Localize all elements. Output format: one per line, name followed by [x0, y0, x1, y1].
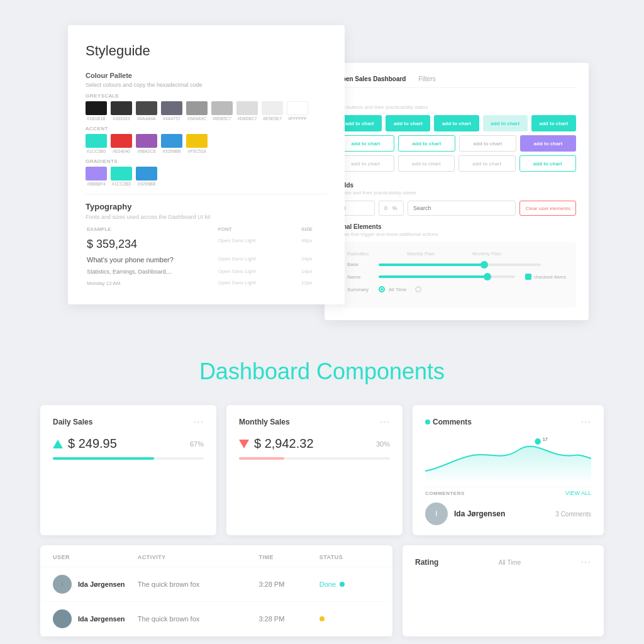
daily-sales-menu[interactable]: ···	[194, 416, 204, 428]
field-search-input[interactable]	[408, 201, 516, 216]
typography-title: Typography	[86, 202, 327, 211]
btn-add-to-chart-outline-teal[interactable]: add to chart	[519, 155, 577, 172]
checkbox-group: checked items	[525, 274, 566, 280]
btn-add-to-chart-5[interactable]: add to chart	[531, 115, 576, 131]
dashboard-cards-row-2: USER ACTIVITY TIME STATUS I Ida Jørgense…	[40, 545, 604, 636]
status-dot-done	[340, 582, 345, 587]
comments-chart: 17	[425, 436, 591, 480]
button-row-3: add to chart add to chart add to chart a…	[337, 155, 576, 172]
monthly-sales-card: Monthly Sales ··· $ 2,942.32 30%	[226, 405, 402, 535]
swatch	[287, 101, 308, 115]
slider-thumb-1[interactable]	[480, 261, 488, 269]
slider-thumb-2[interactable]	[484, 273, 491, 280]
swatch	[136, 134, 157, 148]
swatch-item: #F5C518	[186, 134, 208, 153]
typography-section: Typography Fonts and sizes used across t…	[86, 202, 327, 289]
col-activity: ACTIVITY	[138, 554, 259, 560]
comments-title: Comments	[433, 418, 472, 426]
table-row-2: I Ida Jørgensen The quick brown fox 3:28…	[40, 602, 392, 636]
typography-table: EXAMPLE FONT SIZE $ 359,234 Open Sans Li…	[86, 225, 327, 289]
functional-section: ional Elements Items that trigger and sh…	[337, 223, 576, 308]
view-all-link[interactable]: VIEW ALL	[565, 490, 591, 496]
trend-up-icon	[53, 440, 63, 448]
slider-col-selected: Weekly Plan	[407, 251, 435, 257]
gradients-label: GRADIENTS	[86, 158, 327, 164]
slider-row-1: Base	[347, 262, 566, 267]
btn-add-to-chart-3[interactable]: add to chart	[434, 115, 479, 131]
comment-count: 3 Comments	[555, 511, 591, 518]
monthly-sales-menu[interactable]: ···	[380, 416, 390, 428]
btn-add-to-chart-outline-2[interactable]: add to chart	[398, 135, 455, 152]
daily-sales-progress-fill	[53, 457, 154, 460]
checkbox-label: checked items	[534, 274, 566, 280]
slider-col-label: RadioBox	[347, 251, 369, 257]
typo-font-1: Open Sans Light	[218, 236, 300, 253]
colour-pallete-sub: Select colours and copy the hexadecimal …	[86, 82, 327, 88]
swatch	[136, 101, 157, 115]
btn-add-to-chart-outline-gray-2[interactable]: add to chart	[398, 155, 455, 172]
btn-add-to-chart-2[interactable]: add to chart	[386, 115, 430, 131]
status-done-1: Done	[319, 580, 336, 588]
monthly-sales-pct: 30%	[376, 440, 390, 448]
typo-col-font: FONT	[218, 226, 300, 235]
colour-pallete-label: Colour Pallete	[86, 72, 327, 79]
typo-example-tiny: Monday 12 AM	[87, 280, 120, 286]
accent-swatches: #1CC2B0 #E04040 #9B42C6 #3299BB #F5C518	[86, 134, 327, 153]
row-user-name-2: Ida Jørgensen	[78, 615, 125, 623]
table-header: USER ACTIVITY TIME STATUS	[40, 545, 392, 567]
buttons-section: ts Get buttons and their practicability …	[337, 96, 576, 172]
monthly-sales-title: Monthly Sales	[239, 418, 290, 426]
swatch-item: #E5E5E7	[262, 101, 283, 121]
slider-track-2[interactable]	[379, 275, 515, 278]
buttons-sub: Get buttons and their practicability sta…	[337, 104, 576, 110]
swatch	[186, 101, 208, 115]
daily-sales-amount: $ 249.95	[68, 436, 117, 451]
comments-menu[interactable]: ···	[581, 416, 591, 428]
typo-row-tiny: Monday 12 AM Open Sans Light 12px	[87, 278, 326, 288]
trend-down-icon	[239, 440, 249, 448]
fields-sub: Forms and their practicability states	[337, 190, 576, 196]
comments-title-row: Comments	[425, 418, 472, 426]
swatch-item: #1B1B1B	[86, 101, 107, 121]
typo-size-3: 14px	[301, 267, 326, 277]
bottom-section: Dashboard Components Daily Sales ··· $ 2…	[0, 352, 644, 644]
typography-sub: Fonts and sizes used across the Dashboar…	[86, 214, 327, 220]
typo-font-4: Open Sans Light	[218, 278, 300, 288]
swatch-item: #3299BB	[161, 134, 182, 153]
btn-add-to-chart-outline-1[interactable]: add to chart	[337, 135, 394, 152]
fields-section: fields Forms and their practicability st…	[337, 182, 576, 216]
radio-unselected[interactable]	[415, 286, 421, 292]
swatch	[86, 167, 107, 180]
swatch-item: #3299BB	[136, 167, 157, 186]
tab-filters[interactable]: Filters	[418, 75, 435, 82]
btn-add-to-chart-purple[interactable]: add to chart	[520, 135, 576, 152]
daily-sales-pct: 67%	[190, 440, 204, 448]
typo-row-small: Statistics, Earnings, Dashboard,... Open…	[87, 267, 326, 277]
col-time: TIME	[258, 554, 319, 560]
slider-track-1[interactable]	[379, 264, 541, 266]
typo-size-2: 24px	[301, 254, 326, 265]
col-status: STATUS	[319, 554, 380, 560]
swatch-item: #9A9A9C	[186, 101, 208, 121]
swatch	[86, 101, 107, 115]
swatch	[211, 101, 233, 115]
btn-add-to-chart-4[interactable]: add to chart	[483, 115, 528, 131]
checkbox-checked[interactable]	[525, 274, 531, 280]
commenters-header: COMMENTERS VIEW ALL	[425, 487, 591, 496]
field-pct-input[interactable]	[379, 201, 404, 216]
typo-row-phone: What's your phone number? Open Sans Ligh…	[87, 254, 326, 265]
monthly-sales-amount-row: $ 2,942.32 30%	[239, 436, 390, 451]
tab-open-sales[interactable]: Open Sales Dashboard	[337, 75, 406, 82]
btn-add-to-chart-outline-gray-1[interactable]: add to chart	[337, 155, 394, 172]
fields-row: Clear user elements	[337, 201, 576, 216]
right-panel-tabs[interactable]: Open Sales Dashboard Filters	[337, 75, 576, 88]
typo-font-2: Open Sans Light	[218, 254, 300, 265]
swatch-item: #FFFFFF	[287, 101, 308, 121]
buttons-title: ts	[337, 96, 576, 103]
table-row: I Ida Jørgensen The quick brown fox 3:28…	[40, 567, 392, 602]
radio-selected[interactable]	[379, 286, 385, 292]
rating-menu[interactable]: ···	[581, 557, 591, 568]
btn-add-to-chart-outline-gray-3[interactable]: add to chart	[458, 155, 516, 172]
btn-clear-elements[interactable]: Clear user elements	[519, 201, 576, 216]
col-user: USER	[53, 554, 138, 560]
